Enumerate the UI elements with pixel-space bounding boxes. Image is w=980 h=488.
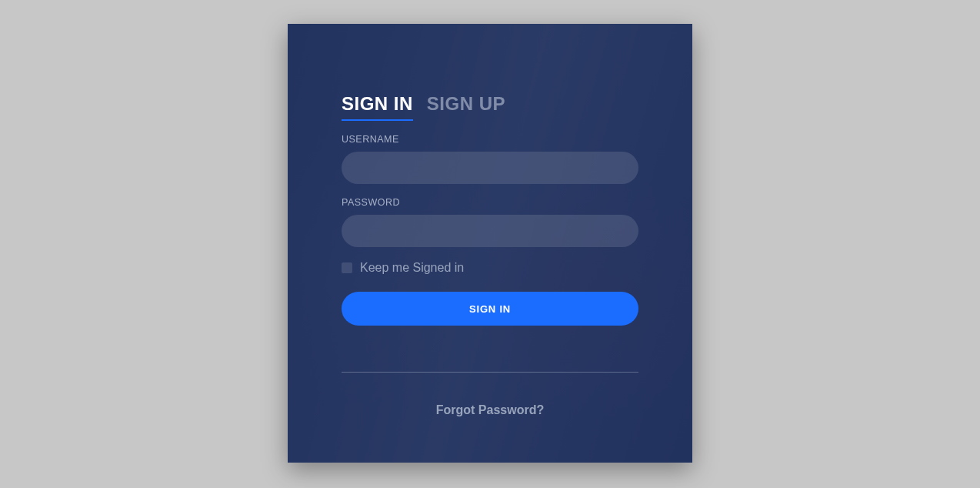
tab-signup[interactable]: SIGN UP	[427, 93, 505, 119]
username-input[interactable]	[342, 152, 638, 184]
signin-button[interactable]: SIGN IN	[342, 292, 638, 326]
login-content: SIGN IN SIGN UP USERNAME PASSWORD Keep m…	[288, 24, 692, 463]
keep-signed-in-row: Keep me Signed in	[342, 261, 638, 275]
auth-tabs: SIGN IN SIGN UP	[342, 93, 638, 121]
username-group: USERNAME	[342, 134, 638, 184]
login-card: SIGN IN SIGN UP USERNAME PASSWORD Keep m…	[288, 24, 692, 463]
password-label: PASSWORD	[342, 197, 638, 208]
password-group: PASSWORD	[342, 197, 638, 247]
tab-signin[interactable]: SIGN IN	[342, 93, 413, 121]
username-label: USERNAME	[342, 134, 638, 145]
keep-signed-in-checkbox[interactable]	[342, 262, 352, 273]
keep-signed-in-label: Keep me Signed in	[360, 261, 464, 275]
divider	[342, 372, 638, 373]
forgot-password-link[interactable]: Forgot Password?	[342, 403, 638, 417]
password-input[interactable]	[342, 215, 638, 247]
